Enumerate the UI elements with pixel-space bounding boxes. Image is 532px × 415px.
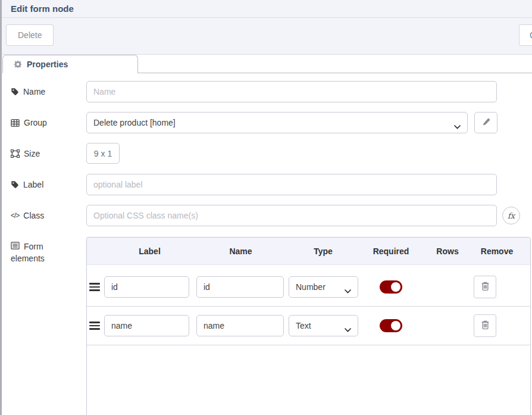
element-type-select[interactable]: Number: [289, 276, 358, 298]
size-button[interactable]: 9 x 1: [86, 143, 120, 164]
edit-form-node-dialog: Edit form node Delete Cancel Properties …: [0, 0, 532, 415]
field-row-group: Group Delete product [home]: [11, 112, 532, 133]
form-elements-label: Form elements: [11, 237, 86, 415]
element-label-input[interactable]: [104, 276, 189, 298]
field-row-size: Size 9 x 1: [11, 143, 532, 164]
edit-group-button[interactable]: [474, 112, 497, 133]
label-input[interactable]: [86, 174, 497, 195]
tab-bar: Properties: [2, 55, 532, 73]
label-label: Label: [11, 174, 86, 195]
trash-icon: [480, 281, 490, 293]
field-row-label: Label: [11, 174, 532, 195]
dialog-header: Edit form node: [2, 0, 532, 18]
header-remove: Remove: [474, 246, 520, 256]
form-element-row: Number: [87, 268, 530, 307]
header-required: Required: [361, 246, 421, 256]
required-toggle[interactable]: [380, 280, 402, 294]
cancel-button[interactable]: Cancel: [519, 24, 532, 46]
element-label-input[interactable]: [104, 315, 189, 336]
group-select[interactable]: Delete product [home]: [86, 112, 468, 133]
trash-icon: [480, 320, 490, 332]
tab-properties[interactable]: Properties: [2, 55, 138, 73]
size-label: Size: [11, 143, 86, 164]
form-list-icon: [11, 242, 20, 249]
tag-icon: [11, 88, 19, 96]
name-label: Name: [11, 81, 86, 102]
drag-handle-icon[interactable]: [89, 283, 100, 291]
pencil-icon: [482, 118, 490, 128]
delete-button[interactable]: Delete: [6, 24, 54, 46]
element-type-select[interactable]: Text: [289, 315, 358, 336]
field-row-form-elements: Form elements Label Name Type Required R…: [11, 237, 532, 415]
remove-element-button[interactable]: [474, 314, 496, 337]
expression-fx-button[interactable]: fx: [502, 207, 520, 224]
header-name: Name: [196, 246, 286, 256]
tab-properties-label: Properties: [27, 60, 68, 69]
gear-icon: [14, 60, 22, 68]
group-label: Group: [11, 112, 86, 133]
tag-icon: [11, 180, 19, 189]
form-elements-table-header: Label Name Type Required Rows Remove: [87, 238, 530, 265]
element-name-input[interactable]: [196, 276, 284, 298]
class-input[interactable]: [86, 205, 497, 226]
remove-element-button[interactable]: [474, 276, 496, 298]
code-icon: </>: [11, 211, 19, 220]
header-type: Type: [286, 246, 361, 256]
required-toggle[interactable]: [380, 319, 402, 332]
header-rows: Rows: [421, 246, 474, 256]
element-name-input[interactable]: [196, 315, 284, 336]
dialog-title: Edit form node: [11, 4, 74, 14]
form-elements-rows: Number: [87, 265, 530, 345]
name-input[interactable]: [86, 81, 497, 102]
form-element-row: Text: [87, 307, 530, 345]
class-label: </> Class: [11, 205, 86, 226]
header-label: Label: [104, 246, 196, 256]
table-grid-icon: [11, 119, 20, 127]
drag-handle-icon[interactable]: [89, 322, 100, 330]
form-elements-table: Label Name Type Required Rows Remove: [86, 237, 531, 415]
field-row-class: </> Class fx: [11, 205, 532, 226]
field-row-name: Name: [11, 81, 532, 102]
object-group-icon: [11, 149, 20, 158]
dialog-toolbar: Delete Cancel: [2, 18, 532, 55]
properties-panel: Name Group Delete product [home]: [2, 73, 532, 415]
